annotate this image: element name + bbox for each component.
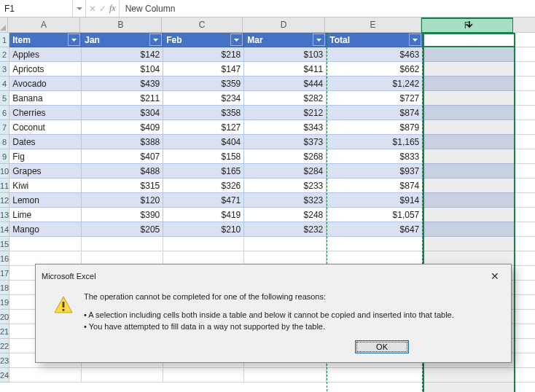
value-cell[interactable]: $127 bbox=[163, 120, 244, 135]
item-cell[interactable]: Apples bbox=[9, 47, 82, 62]
value-cell[interactable]: $234 bbox=[163, 91, 244, 106]
value-cell[interactable] bbox=[423, 164, 515, 179]
value-cell[interactable]: $388 bbox=[82, 135, 163, 149]
value-cell[interactable]: $390 bbox=[82, 208, 163, 222]
filter-dropdown-icon[interactable] bbox=[68, 34, 80, 46]
value-cell[interactable]: $323 bbox=[244, 193, 327, 208]
dialog-ok-button[interactable]: OK bbox=[355, 340, 409, 353]
cancel-icon[interactable]: ✕ bbox=[89, 4, 96, 14]
name-box[interactable]: F1 bbox=[0, 0, 73, 17]
value-cell[interactable] bbox=[423, 91, 515, 106]
filter-dropdown-icon[interactable] bbox=[149, 34, 162, 46]
row-header[interactable]: 11 bbox=[0, 179, 9, 193]
value-cell[interactable]: $404 bbox=[163, 135, 244, 149]
cell[interactable] bbox=[515, 135, 535, 149]
filter-dropdown-icon[interactable] bbox=[313, 34, 325, 46]
value-cell[interactable]: $326 bbox=[163, 179, 244, 193]
cell[interactable] bbox=[515, 295, 535, 310]
dialog-close-button[interactable]: ✕ bbox=[485, 269, 505, 283]
formula-input[interactable]: New Column bbox=[120, 0, 535, 17]
row-header[interactable]: 9 bbox=[0, 149, 9, 164]
row-header[interactable]: 20 bbox=[0, 310, 9, 324]
row-header[interactable]: 16 bbox=[0, 251, 9, 266]
value-cell[interactable] bbox=[423, 193, 515, 208]
filter-dropdown-icon[interactable] bbox=[409, 34, 421, 46]
value-cell[interactable]: $248 bbox=[244, 208, 327, 222]
item-cell[interactable]: Apricots bbox=[9, 62, 82, 77]
value-cell[interactable]: $1,057 bbox=[327, 208, 423, 222]
col-header-b[interactable]: B bbox=[80, 17, 162, 33]
value-cell[interactable]: $284 bbox=[244, 164, 327, 179]
value-cell[interactable]: $463 bbox=[327, 47, 423, 62]
value-cell[interactable]: $165 bbox=[163, 164, 244, 179]
value-cell[interactable]: $158 bbox=[163, 149, 244, 164]
row-header[interactable]: 21 bbox=[0, 324, 9, 339]
row-header[interactable]: 13 bbox=[0, 208, 9, 222]
cell[interactable] bbox=[515, 120, 535, 135]
cell[interactable] bbox=[9, 237, 82, 251]
row-header[interactable]: 19 bbox=[0, 295, 9, 310]
value-cell[interactable]: $647 bbox=[327, 222, 423, 237]
value-cell[interactable]: $282 bbox=[244, 91, 327, 106]
value-cell[interactable]: $411 bbox=[244, 62, 327, 77]
cell[interactable] bbox=[244, 368, 327, 383]
value-cell[interactable]: $662 bbox=[327, 62, 423, 77]
item-cell[interactable]: Kiwi bbox=[9, 179, 82, 193]
cell[interactable] bbox=[515, 106, 535, 120]
cell[interactable] bbox=[515, 33, 535, 47]
row-header[interactable]: 2 bbox=[0, 47, 9, 62]
value-cell[interactable]: $419 bbox=[163, 208, 244, 222]
cell[interactable] bbox=[163, 237, 244, 251]
value-cell[interactable]: $409 bbox=[82, 120, 163, 135]
value-cell[interactable]: $104 bbox=[82, 62, 163, 77]
item-cell[interactable]: Lemon bbox=[9, 193, 82, 208]
cell[interactable] bbox=[515, 281, 535, 295]
value-cell[interactable] bbox=[423, 135, 515, 149]
value-cell[interactable]: $439 bbox=[82, 77, 163, 91]
value-cell[interactable]: $120 bbox=[82, 193, 163, 208]
value-cell[interactable]: $304 bbox=[82, 106, 163, 120]
item-cell[interactable]: Banana bbox=[9, 91, 82, 106]
row-header[interactable]: 1 bbox=[0, 33, 9, 47]
cell[interactable] bbox=[82, 368, 163, 383]
value-cell[interactable] bbox=[423, 120, 515, 135]
row-header[interactable]: 5 bbox=[0, 91, 9, 106]
cell[interactable] bbox=[327, 368, 423, 383]
row-header[interactable]: 6 bbox=[0, 106, 9, 120]
value-cell[interactable]: $205 bbox=[82, 222, 163, 237]
value-cell[interactable]: $874 bbox=[327, 106, 423, 120]
value-cell[interactable]: $315 bbox=[82, 179, 163, 193]
value-cell[interactable]: $147 bbox=[163, 62, 244, 77]
value-cell[interactable]: $142 bbox=[82, 47, 163, 62]
row-header[interactable]: 17 bbox=[0, 266, 9, 281]
col-header-f[interactable]: F bbox=[421, 17, 513, 33]
value-cell[interactable]: $233 bbox=[244, 179, 327, 193]
row-header[interactable]: 7 bbox=[0, 120, 9, 135]
value-cell[interactable]: $937 bbox=[327, 164, 423, 179]
value-cell[interactable]: $211 bbox=[82, 91, 163, 106]
col-header-c[interactable]: C bbox=[162, 17, 243, 33]
filter-dropdown-icon[interactable] bbox=[230, 34, 243, 46]
row-header[interactable]: 15 bbox=[0, 237, 9, 251]
cell[interactable] bbox=[515, 310, 535, 324]
row-header[interactable]: 14 bbox=[0, 222, 9, 237]
cell[interactable] bbox=[9, 368, 82, 383]
row-header[interactable]: 18 bbox=[0, 281, 9, 295]
name-box-dropdown[interactable] bbox=[73, 0, 86, 17]
cell[interactable] bbox=[327, 237, 423, 251]
value-cell[interactable]: $444 bbox=[244, 77, 327, 91]
cell[interactable] bbox=[244, 237, 327, 251]
value-cell[interactable]: $268 bbox=[244, 149, 327, 164]
value-cell[interactable]: $373 bbox=[244, 135, 327, 149]
col-header-g[interactable] bbox=[513, 17, 535, 33]
item-cell[interactable]: Coconut bbox=[9, 120, 82, 135]
value-cell[interactable]: $358 bbox=[163, 106, 244, 120]
cell[interactable] bbox=[515, 91, 535, 106]
value-cell[interactable]: $488 bbox=[82, 164, 163, 179]
value-cell[interactable] bbox=[423, 149, 515, 164]
row-header[interactable]: 4 bbox=[0, 77, 9, 91]
value-cell[interactable]: $879 bbox=[327, 120, 423, 135]
value-cell[interactable]: $232 bbox=[244, 222, 327, 237]
value-cell[interactable]: $471 bbox=[163, 193, 244, 208]
row-header[interactable]: 8 bbox=[0, 135, 9, 149]
